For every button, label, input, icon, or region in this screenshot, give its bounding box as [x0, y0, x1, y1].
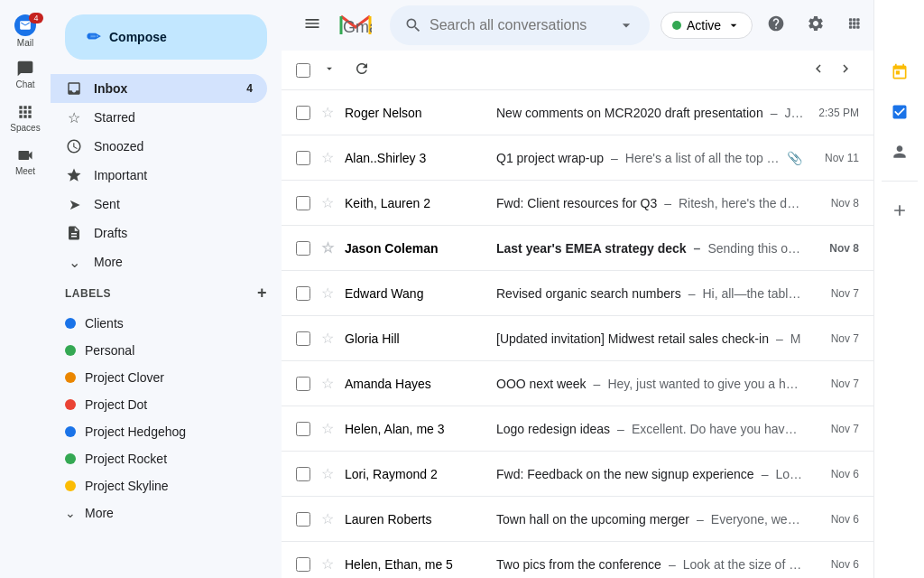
sidebar-item-sent[interactable]: ➤ Sent: [51, 190, 267, 219]
apps-button[interactable]: [839, 7, 872, 44]
row-checkbox[interactable]: [296, 557, 310, 572]
sidebar-item-more[interactable]: ⌄ More: [51, 247, 267, 276]
svg-text:Gmail: Gmail: [343, 18, 372, 36]
sidebar-icon-chat[interactable]: Chat: [0, 52, 51, 96]
drafts-icon: [65, 225, 83, 241]
label-project-hedgehog[interactable]: Project Hedgehog: [51, 418, 267, 445]
active-label: Active: [687, 18, 721, 33]
prev-page-button[interactable]: [805, 55, 832, 86]
sidebar-item-drafts[interactable]: Drafts: [51, 219, 267, 247]
star-button[interactable]: ☆: [321, 239, 334, 256]
select-dropdown-button[interactable]: [318, 57, 341, 84]
email-subject: [Updated invitation] Midwest retail sale…: [496, 331, 769, 346]
email-subject: Two pics from the conference: [496, 557, 661, 572]
row-checkbox[interactable]: [296, 331, 310, 346]
sidebar-item-important[interactable]: Important: [51, 161, 267, 190]
label-project-skyline[interactable]: Project Skyline: [51, 472, 267, 499]
active-status-button[interactable]: Active: [661, 12, 753, 39]
email-content: New comments on MCR2020 draft presentati…: [496, 106, 802, 120]
label-more[interactable]: ⌄ More: [51, 499, 267, 527]
snoozed-icon: [65, 138, 83, 154]
star-button[interactable]: ☆: [321, 330, 334, 347]
next-page-button[interactable]: [832, 55, 859, 86]
gmail-m-icon: Gmail: [339, 13, 372, 38]
label-project-clover[interactable]: Project Clover: [51, 364, 267, 391]
settings-button[interactable]: [799, 7, 832, 44]
table-row[interactable]: ☆ Keith, Lauren 2 Fwd: Client resources …: [282, 181, 873, 226]
star-button[interactable]: ☆: [321, 420, 334, 437]
star-button[interactable]: ☆: [321, 194, 334, 211]
row-checkbox[interactable]: [296, 241, 310, 256]
email-date: Nov 6: [809, 513, 859, 526]
row-checkbox[interactable]: [296, 512, 310, 527]
star-button[interactable]: ☆: [321, 375, 334, 392]
sender-name: Jason Coleman: [345, 241, 489, 256]
sidebar-icon-meet[interactable]: Meet: [0, 139, 51, 182]
right-panel-contacts[interactable]: [882, 134, 918, 170]
table-row[interactable]: ☆ Gloria Hill [Updated invitation] Midwe…: [282, 316, 873, 361]
row-checkbox[interactable]: [296, 422, 310, 436]
star-button[interactable]: ☆: [321, 149, 334, 166]
email-date: Nov 6: [809, 558, 859, 571]
star-button[interactable]: ☆: [321, 510, 334, 527]
label-personal[interactable]: Personal: [51, 337, 267, 364]
meet-label: Meet: [15, 166, 35, 176]
email-meta: Nov 6: [809, 558, 859, 571]
right-panel-add[interactable]: [882, 192, 918, 228]
table-row[interactable]: ☆ Lauren Roberts Town hall on the upcomi…: [282, 497, 873, 542]
row-checkbox[interactable]: [296, 106, 310, 120]
email-content: Revised organic search numbers – Hi, all…: [496, 286, 802, 301]
row-checkbox[interactable]: [296, 286, 310, 301]
calendar-icon: [891, 63, 909, 81]
help-button[interactable]: [760, 7, 792, 44]
table-row[interactable]: ☆ Alan..Shirley 3 Q1 project wrap-up – H…: [282, 135, 873, 181]
sidebar-item-starred[interactable]: ☆ Starred: [51, 103, 267, 132]
row-checkbox[interactable]: [296, 467, 310, 481]
star-button[interactable]: ☆: [321, 104, 334, 121]
row-checkbox[interactable]: [296, 151, 310, 165]
hamburger-icon: [303, 14, 321, 33]
right-panel-divider: [882, 181, 918, 182]
sidebar-icon-mail[interactable]: 4 Mail: [0, 9, 51, 52]
project-clover-dot: [65, 372, 76, 383]
table-row[interactable]: ☆ Helen, Alan, me 3 Logo redesign ideas …: [282, 406, 873, 452]
table-row[interactable]: ☆ Edward Wang Revised organic search num…: [282, 271, 873, 316]
spaces-label: Spaces: [10, 123, 40, 133]
star-button[interactable]: ☆: [321, 284, 334, 302]
right-panel-tasks[interactable]: [882, 94, 918, 130]
email-meta: Nov 6: [809, 468, 859, 480]
sidebar-item-snoozed[interactable]: Snoozed: [51, 132, 267, 161]
select-all-checkbox[interactable]: [296, 63, 310, 78]
search-dropdown-icon[interactable]: [617, 16, 635, 34]
refresh-button[interactable]: [348, 55, 375, 86]
table-row[interactable]: ☆ Jason Coleman Last year's EMEA strateg…: [282, 226, 873, 271]
row-checkbox[interactable]: [296, 196, 310, 210]
table-row[interactable]: ☆ Amanda Hayes OOO next week – Hey, just…: [282, 361, 873, 406]
active-dropdown-icon: [726, 18, 741, 33]
email-meta: Nov 7: [809, 378, 859, 390]
sender-name: Helen, Alan, me 3: [345, 422, 489, 436]
table-row[interactable]: ☆ Roger Nelson New comments on MCR2020 d…: [282, 90, 873, 135]
add-label-button[interactable]: +: [257, 284, 267, 303]
star-button[interactable]: ☆: [321, 465, 334, 482]
search-bar[interactable]: [390, 5, 650, 45]
star-button[interactable]: ☆: [321, 555, 334, 573]
label-project-dot[interactable]: Project Dot: [51, 391, 267, 418]
row-checkbox[interactable]: [296, 377, 310, 391]
chat-label: Chat: [15, 79, 34, 89]
email-preview: Jessica Dow said What about Eva...: [785, 106, 803, 120]
label-project-rocket[interactable]: Project Rocket: [51, 445, 267, 472]
right-panel-calendar[interactable]: [882, 54, 918, 90]
compose-button[interactable]: ✏ Compose: [65, 14, 267, 60]
meet-icon: [16, 146, 34, 164]
label-clients[interactable]: Clients: [51, 310, 267, 337]
sidebar-item-inbox[interactable]: Inbox 4: [51, 74, 267, 103]
table-row[interactable]: ☆ Helen, Ethan, me 5 Two pics from the c…: [282, 542, 873, 578]
pagination-arrows: [805, 55, 859, 86]
search-input[interactable]: [430, 17, 610, 33]
inbox-label: Inbox: [94, 81, 236, 96]
labels-section-header: LABELS +: [51, 276, 282, 310]
table-row[interactable]: ☆ Lori, Raymond 2 Fwd: Feedback on the n…: [282, 452, 873, 497]
sidebar-icon-spaces[interactable]: Spaces: [0, 96, 51, 139]
menu-button[interactable]: [296, 7, 328, 44]
